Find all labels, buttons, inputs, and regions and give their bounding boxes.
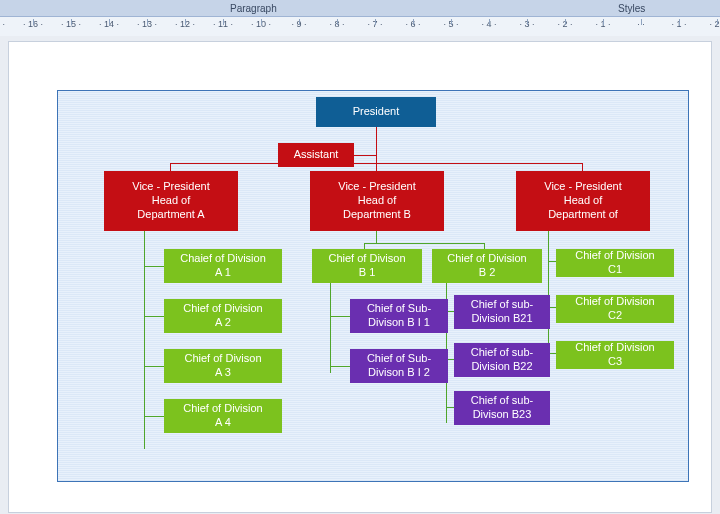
org-node-div-c2[interactable]: Chief of DivisionC2 bbox=[556, 295, 674, 323]
ruler-tick: · 5 · bbox=[432, 19, 470, 29]
ribbon-group-styles: Styles bbox=[618, 3, 645, 14]
word-processor-window: Paragraph Styles · 17 ·· 16 ·· 15 ·· 14 … bbox=[0, 0, 720, 514]
org-node-president[interactable]: President bbox=[316, 97, 436, 127]
org-node-div-a2[interactable]: Chief of DivisionA 2 bbox=[164, 299, 282, 333]
ruler-tick: · 15 · bbox=[52, 19, 90, 29]
connector bbox=[330, 316, 350, 317]
connector bbox=[144, 266, 164, 267]
org-node-div-c1[interactable]: Chief of DivisionC1 bbox=[556, 249, 674, 277]
ribbon-labels-row: Paragraph Styles bbox=[0, 0, 720, 17]
ruler-tick: · 7 · bbox=[356, 19, 394, 29]
org-node-vp-c[interactable]: Vice - PresidentHead ofDepartment of bbox=[516, 171, 650, 231]
org-node-div-c3[interactable]: Chief of DivisionC3 bbox=[556, 341, 674, 369]
ruler-tick: · 2 · bbox=[698, 19, 720, 29]
org-node-sub-b11[interactable]: Chief of Sub-Divison B I 1 bbox=[350, 299, 448, 333]
org-node-div-a4[interactable]: Chief of DivisionA 4 bbox=[164, 399, 282, 433]
org-node-div-b1[interactable]: Chief of DivisonB 1 bbox=[312, 249, 422, 283]
ruler-tick: · 10 · bbox=[242, 19, 280, 29]
ruler-tick: · 17 · bbox=[0, 19, 14, 29]
ruler-tick: · · bbox=[622, 19, 660, 29]
ruler-tick: · 1 · bbox=[584, 19, 622, 29]
connector bbox=[582, 163, 583, 171]
connector bbox=[330, 283, 331, 373]
org-node-assistant[interactable]: Assistant bbox=[278, 143, 354, 167]
ruler-tick: · 13 · bbox=[128, 19, 166, 29]
connector bbox=[354, 155, 376, 156]
horizontal-ruler[interactable]: · 17 ·· 16 ·· 15 ·· 14 ·· 13 ·· 12 ·· 11… bbox=[0, 17, 720, 38]
ruler-tick: · 9 · bbox=[280, 19, 318, 29]
ruler-tick: · 3 · bbox=[508, 19, 546, 29]
org-node-sub-b21[interactable]: Chief of sub-Division B21 bbox=[454, 295, 550, 329]
ruler-tick: · 8 · bbox=[318, 19, 356, 29]
ruler-tick: · 16 · bbox=[14, 19, 52, 29]
org-node-sub-b12[interactable]: Chief of Sub-Divison B I 2 bbox=[350, 349, 448, 383]
ruler-tick: · 14 · bbox=[90, 19, 128, 29]
ruler-tick: · 12 · bbox=[166, 19, 204, 29]
org-node-sub-b22[interactable]: Chief of sub-Division B22 bbox=[454, 343, 550, 377]
connector bbox=[144, 366, 164, 367]
connector bbox=[144, 316, 164, 317]
ruler-tick: · 6 · bbox=[394, 19, 432, 29]
connector bbox=[330, 366, 350, 367]
org-node-div-b2[interactable]: Chief of DivisionB 2 bbox=[432, 249, 542, 283]
ruler-tick: · 1 · bbox=[660, 19, 698, 29]
org-node-vp-a[interactable]: Vice - PresidentHead ofDepartment A bbox=[104, 171, 238, 231]
ruler-tick: · 11 · bbox=[204, 19, 242, 29]
connector bbox=[364, 243, 484, 244]
connector bbox=[170, 163, 171, 171]
ribbon-group-paragraph: Paragraph bbox=[230, 3, 277, 14]
org-node-div-a1[interactable]: Chaief of DivisionA 1 bbox=[164, 249, 282, 283]
connector bbox=[446, 407, 454, 408]
ruler-ticks: · 17 ·· 16 ·· 15 ·· 14 ·· 13 ·· 12 ·· 11… bbox=[0, 17, 720, 37]
org-node-div-a3[interactable]: Chief of DivisonA 3 bbox=[164, 349, 282, 383]
org-node-sub-b23[interactable]: Chief of sub-Divison B23 bbox=[454, 391, 550, 425]
page-area: President Assistant Vice - PresidentHead… bbox=[0, 36, 720, 514]
org-chart-canvas[interactable]: President Assistant Vice - PresidentHead… bbox=[57, 90, 689, 482]
connector bbox=[376, 163, 377, 171]
ruler-tick: · 2 · bbox=[546, 19, 584, 29]
ruler-tick: · 4 · bbox=[470, 19, 508, 29]
connector bbox=[548, 261, 556, 262]
connector bbox=[376, 231, 377, 243]
document-page[interactable]: President Assistant Vice - PresidentHead… bbox=[9, 42, 711, 512]
org-node-vp-b[interactable]: Vice - PresidentHead ofDepartment B bbox=[310, 171, 444, 231]
connector bbox=[144, 416, 164, 417]
